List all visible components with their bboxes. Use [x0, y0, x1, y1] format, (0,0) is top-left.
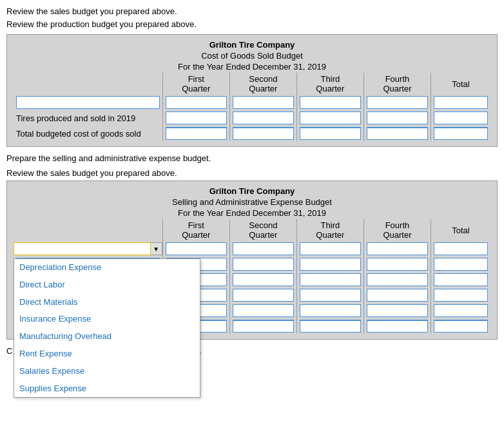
dropdown-menu: Depreciation ExpenseDirect LaborDirect M…: [14, 258, 200, 398]
dropdown-menu-item[interactable]: Supplies Expense: [14, 380, 200, 398]
cogs-tires-q3-input[interactable]: [300, 112, 361, 124]
cogs-col-label-header: [14, 73, 162, 95]
selling-budget-container: Grilton Tire Company Selling and Adminis…: [6, 180, 498, 340]
selling-col-first-header: FirstQuarter: [162, 219, 229, 241]
cogs-row-total: Total budgeted cost of goods sold: [14, 126, 490, 141]
selling-row2-q2-input[interactable]: [233, 273, 294, 286]
cogs-row0-q2-input[interactable]: [233, 96, 294, 109]
cogs-total-q4-cell: [363, 126, 431, 141]
cogs-tires-q4-cell: [363, 110, 431, 126]
selling-row4-q2-input[interactable]: [233, 304, 294, 317]
selling-table-title: Selling and Administrative Expense Budge…: [14, 197, 490, 207]
selling-row1-total-input[interactable]: [434, 258, 488, 271]
mid-line2: Review the sales budget you prepared abo…: [6, 168, 498, 178]
selling-dropdown-wrapper: ▼: [14, 242, 162, 255]
cogs-row0-q2-cell: [229, 95, 296, 110]
selling-row3-total-input[interactable]: [434, 289, 488, 302]
cogs-table: FirstQuarter SecondQuarter ThirdQuarter …: [14, 73, 490, 141]
selling-row1-q3-input[interactable]: [300, 258, 361, 271]
cogs-total-q4-input[interactable]: [367, 127, 428, 140]
selling-dropdown-input[interactable]: [14, 242, 151, 255]
cogs-table-title: Cost of Goods Sold Budget: [14, 51, 490, 61]
cogs-row-0: [14, 95, 490, 110]
dropdown-menu-item[interactable]: Rent Expense: [14, 345, 200, 363]
dropdown-menu-item[interactable]: Direct Materials: [14, 294, 200, 311]
cogs-tires-total-cell: [431, 110, 491, 126]
cogs-row0-q3-cell: [296, 95, 363, 110]
cogs-company-name: Grilton Tire Company: [14, 40, 490, 50]
selling-row1-q2-input[interactable]: [233, 258, 294, 271]
intro-line2: Review the production budget you prepare…: [6, 18, 498, 31]
cogs-tires-q4-input[interactable]: [367, 112, 428, 124]
cogs-row0-label-input[interactable]: [16, 96, 160, 109]
selling-table-period: For the Year Ended December 31, 2019: [14, 208, 490, 218]
selling-row5-q4-input[interactable]: [367, 320, 428, 333]
cogs-tires-q2-input[interactable]: [233, 112, 294, 124]
selling-row5-total-input[interactable]: [434, 320, 488, 333]
cogs-total-q3-input[interactable]: [300, 127, 361, 140]
selling-row1-q4-input[interactable]: [367, 258, 428, 271]
cogs-total-q1-input[interactable]: [166, 127, 227, 140]
selling-row5-q3-input[interactable]: [300, 320, 361, 333]
cogs-table-period: For the Year Ended December 31, 2019: [14, 62, 490, 72]
cogs-total-q3-cell: [296, 126, 363, 141]
cogs-tires-q3-cell: [296, 110, 363, 126]
cogs-total-label: Total budgeted cost of goods sold: [14, 126, 162, 141]
selling-row3-q2-input[interactable]: [233, 289, 294, 302]
dropdown-arrow-icon[interactable]: ▼: [151, 242, 162, 255]
cogs-row-tires: Tires produced and sold in 2019: [14, 110, 490, 126]
selling-col-third-header: ThirdQuarter: [296, 219, 363, 241]
dropdown-menu-item[interactable]: Salaries Expense: [14, 363, 200, 380]
selling-row4-total-input[interactable]: [434, 304, 488, 317]
cogs-budget-container: Grilton Tire Company Cost of Goods Sold …: [6, 34, 498, 147]
dropdown-menu-item[interactable]: Insurance Expense: [14, 311, 200, 328]
selling-row0-q2-input[interactable]: [233, 242, 294, 255]
selling-col-total-header: Total: [431, 219, 491, 241]
selling-row4-q3-input[interactable]: [300, 304, 361, 317]
selling-row0-total-cell: [431, 241, 491, 257]
selling-col-label-header: [14, 219, 162, 241]
dropdown-menu-item[interactable]: Manufacturing Overhead: [14, 328, 200, 345]
selling-row-0: ▼: [14, 241, 490, 257]
selling-row0-q3-cell: [296, 241, 363, 257]
cogs-row0-q4-input[interactable]: [367, 96, 428, 109]
dropdown-menu-item[interactable]: Depreciation Expense: [14, 259, 200, 276]
cogs-total-total-cell: [431, 126, 491, 141]
dropdown-menu-item[interactable]: Direct Labor: [14, 276, 200, 294]
selling-col-fourth-header: FourthQuarter: [363, 219, 431, 241]
cogs-col-fourth-header: FourthQuarter: [363, 73, 431, 95]
intro-line1: Review the sales budget you prepared abo…: [6, 5, 498, 18]
cogs-tires-q1-input[interactable]: [166, 112, 227, 124]
cogs-row0-total-cell: [431, 95, 491, 110]
selling-row0-q4-input[interactable]: [367, 242, 428, 255]
cogs-row0-label-cell: [14, 95, 162, 110]
selling-row0-q4-cell: [363, 241, 431, 257]
cogs-tires-q1-cell: [162, 110, 229, 126]
cogs-row0-q1-cell: [162, 95, 229, 110]
selling-row0-q1-input[interactable]: [166, 242, 227, 255]
selling-row4-q4-input[interactable]: [367, 304, 428, 317]
cogs-row0-q1-input[interactable]: [166, 96, 227, 109]
intro-text: Review the sales budget you prepared abo…: [6, 5, 498, 30]
mid-section-text: Prepare the selling and administrative e…: [6, 153, 498, 163]
selling-row3-q4-input[interactable]: [367, 289, 428, 302]
cogs-total-q2-input[interactable]: [233, 127, 294, 140]
cogs-col-third-header: ThirdQuarter: [296, 73, 363, 95]
cogs-row0-total-input[interactable]: [434, 96, 488, 109]
cogs-col-second-header: SecondQuarter: [229, 73, 296, 95]
mid-line1: Prepare the selling and administrative e…: [6, 153, 498, 163]
selling-row2-q4-input[interactable]: [367, 273, 428, 286]
cogs-col-total-header: Total: [431, 73, 491, 95]
selling-row0-total-input[interactable]: [434, 242, 488, 255]
selling-row0-q1-cell: [162, 241, 229, 257]
selling-row2-total-input[interactable]: [434, 273, 488, 286]
selling-row5-q2-input[interactable]: [233, 320, 294, 333]
cogs-tires-total-input[interactable]: [434, 112, 488, 124]
selling-row2-q3-input[interactable]: [300, 273, 361, 286]
selling-row0-q3-input[interactable]: [300, 242, 361, 255]
cogs-row0-q3-input[interactable]: [300, 96, 361, 109]
selling-row3-q3-input[interactable]: [300, 289, 361, 302]
cogs-total-total-input[interactable]: [434, 127, 488, 140]
selling-company-name: Grilton Tire Company: [14, 186, 490, 196]
cogs-total-q1-cell: [162, 126, 229, 141]
